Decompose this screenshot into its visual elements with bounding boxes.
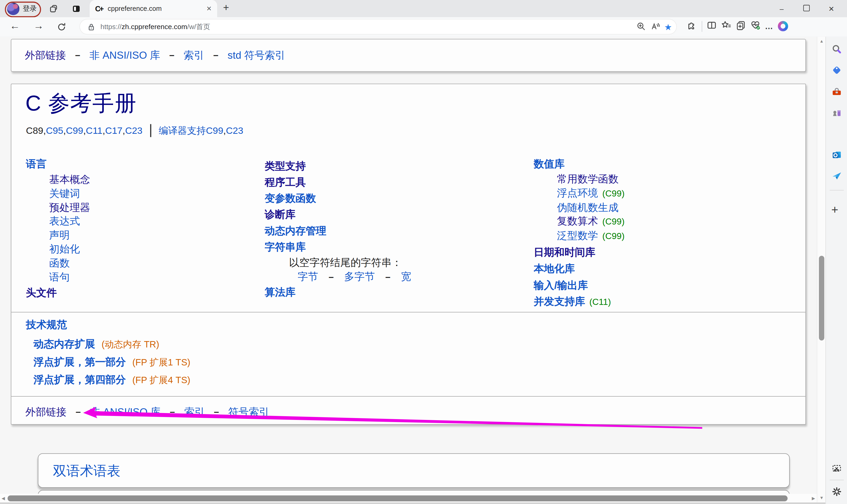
drop-paper-plane-icon[interactable]	[831, 170, 842, 181]
tab-actions-icon[interactable]	[71, 4, 81, 14]
link-preprocessor[interactable]: 预处理器	[49, 200, 265, 214]
screenshot-icon[interactable]	[831, 463, 842, 474]
top-links-row: 外部链接 – 非 ANSI/ISO 库 – 索引 – std 符号索引	[11, 39, 806, 71]
vertical-scrollbar[interactable]: ▲ ▼	[817, 37, 826, 502]
link-basic-concepts[interactable]: 基本概念	[49, 173, 265, 187]
outlook-icon[interactable]	[831, 149, 842, 160]
forward-button[interactable]: →	[34, 20, 44, 32]
settings-gear-icon[interactable]	[831, 486, 842, 497]
refresh-icon[interactable]	[57, 22, 66, 32]
minimize-button[interactable]: –	[769, 4, 794, 13]
tab-cppreference[interactable]: C+ cppreference.com ✕	[90, 0, 217, 17]
link-non-ansi-iso[interactable]: 非 ANSI/ISO 库	[89, 48, 160, 62]
extensions-icon[interactable]	[687, 20, 697, 33]
link-c17[interactable]: C17	[105, 125, 123, 136]
link-diagnostics[interactable]: 诊断库	[265, 207, 534, 223]
link-language[interactable]: 语言	[26, 157, 265, 171]
link-input-output[interactable]: 输入/输出库	[534, 279, 588, 291]
horizontal-scrollbar[interactable]: ◀ ▶	[0, 494, 817, 502]
new-tab-button[interactable]: +	[223, 2, 229, 14]
link-non-ansi-iso[interactable]: 非 ANSI/ISO 库	[90, 406, 161, 419]
browser-essentials-icon[interactable]	[750, 20, 761, 33]
link-keywords[interactable]: 关键词	[49, 187, 265, 201]
link-c23[interactable]: C23	[125, 125, 143, 136]
link-wide-strings[interactable]: 宽	[401, 271, 411, 282]
link-std-symbol-index[interactable]: std 符号索引	[228, 48, 285, 62]
link-bilingual-glossary[interactable]: 双语术语表	[53, 462, 120, 480]
link-symbol-index[interactable]: 符号索引	[228, 406, 269, 419]
toolbox-icon[interactable]	[831, 87, 842, 97]
profile-button[interactable]: 登录	[7, 2, 37, 15]
link-compiler-c99[interactable]: C99	[206, 125, 223, 136]
link-common-math[interactable]: 常用数学函数	[557, 173, 619, 184]
zoom-icon[interactable]	[636, 22, 646, 34]
link-compiler-c23[interactable]: C23	[226, 125, 243, 136]
link-variadic-functions[interactable]: 变参数函数	[265, 191, 534, 207]
link-c11[interactable]: C11	[86, 125, 102, 136]
link-dynamic-memory[interactable]: 动态内存管理	[265, 223, 534, 239]
link-type-support[interactable]: 类型支持	[265, 158, 534, 174]
sidebar-divider	[830, 190, 844, 191]
window-controls: – ✕	[769, 0, 844, 17]
close-window-button[interactable]: ✕	[819, 4, 844, 13]
link-index[interactable]: 索引	[184, 48, 204, 62]
address-bar[interactable]: https://zh.cppreference.com/w/首页 ★	[80, 19, 676, 34]
lock-icon[interactable]	[87, 22, 96, 32]
read-aloud-icon[interactable]	[650, 22, 660, 34]
link-functions[interactable]: 函数	[49, 256, 265, 270]
avatar	[7, 2, 20, 15]
link-compiler-support[interactable]: 编译器支持	[158, 124, 206, 137]
scroll-down-icon[interactable]: ▼	[819, 495, 824, 500]
version-plain: ,	[223, 125, 226, 136]
link-prng[interactable]: 伪随机数生成	[557, 201, 619, 213]
collections-icon[interactable]	[736, 20, 746, 33]
vertical-scrollbar-thumb[interactable]	[819, 256, 824, 340]
link-initialization[interactable]: 初始化	[49, 242, 265, 256]
more-menu-icon[interactable]: …	[765, 23, 774, 29]
link-expressions[interactable]: 表达式	[49, 214, 265, 229]
link-byte-strings[interactable]: 字节	[297, 271, 318, 282]
link-declarations[interactable]: 声明	[49, 229, 265, 242]
link-numerics[interactable]: 数值库	[534, 157, 791, 171]
link-type-generic-math[interactable]: 泛型数学	[557, 230, 598, 241]
link-localization[interactable]: 本地化库	[534, 263, 575, 274]
link-complex-arithmetic[interactable]: 复数算术	[557, 216, 598, 227]
link-fp-ext4-ts[interactable]: 浮点扩展，第四部分	[34, 374, 126, 385]
link-concurrency[interactable]: 并发支持库	[534, 295, 585, 307]
split-screen-icon[interactable]	[706, 20, 717, 33]
link-date-time[interactable]: 日期和时间库	[534, 247, 595, 258]
link-c95[interactable]: C95	[46, 125, 63, 136]
back-button[interactable]: ←	[10, 20, 20, 32]
horizontal-scrollbar-thumb[interactable]	[8, 495, 788, 501]
link-strings-library[interactable]: 字符串库	[265, 239, 534, 255]
link-external[interactable]: 外部链接	[25, 406, 66, 419]
favorite-star-icon[interactable]: ★	[664, 23, 672, 33]
link-statements[interactable]: 语句	[49, 270, 265, 284]
link-dynamic-memory-tr[interactable]: 动态内存扩展	[34, 339, 95, 350]
nav-column-library: 类型支持 程序工具 变参数函数 诊断库 动态内存管理 字符串库 以空字符结尾的字…	[265, 157, 534, 310]
scroll-up-icon[interactable]: ▲	[819, 39, 824, 43]
games-icon[interactable]	[831, 107, 842, 118]
link-algorithms[interactable]: 算法库	[265, 284, 534, 300]
link-fp-ext1-ts[interactable]: 浮点扩展，第一部分	[34, 356, 126, 367]
shopping-icon[interactable]	[831, 65, 842, 76]
scroll-left-icon[interactable]: ◀	[2, 496, 5, 501]
workspaces-icon[interactable]	[49, 4, 58, 14]
copilot-icon[interactable]	[778, 21, 788, 32]
link-headers[interactable]: 头文件	[26, 286, 265, 301]
link-multibyte-strings[interactable]: 多字节	[344, 271, 375, 282]
maximize-button[interactable]	[794, 4, 819, 13]
add-sidebar-app-icon[interactable]: +	[831, 203, 838, 217]
scroll-right-icon[interactable]: ▶	[812, 496, 815, 501]
link-external[interactable]: 外部链接	[25, 48, 66, 62]
link-index[interactable]: 索引	[184, 406, 205, 419]
window-bottom-edge	[0, 502, 847, 504]
link-fp-environment[interactable]: 浮点环境	[557, 187, 598, 199]
link-program-utilities[interactable]: 程序工具	[265, 174, 534, 191]
browser-window: 登录 C+ cppreference.com ✕ + – ✕ ← →	[0, 0, 847, 504]
close-tab-icon[interactable]: ✕	[206, 5, 212, 13]
bing-search-icon[interactable]	[831, 43, 842, 54]
link-c99[interactable]: C99	[66, 125, 83, 136]
favorites-icon[interactable]	[721, 20, 731, 33]
link-technical-specs[interactable]: 技术规范	[26, 317, 190, 332]
